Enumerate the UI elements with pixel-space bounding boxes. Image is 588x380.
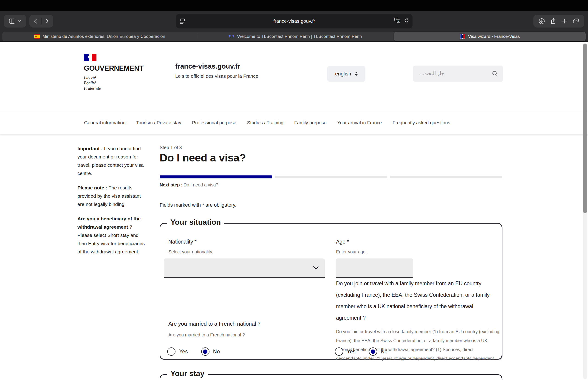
nav-studies-training[interactable]: Studies / Training (247, 120, 283, 125)
family-member-radio-group: Yes No (335, 347, 387, 356)
french-flag-emblem (84, 53, 143, 62)
search-placeholder: جارِ البحث... (419, 71, 444, 76)
search-icon[interactable] (492, 70, 498, 77)
radio-checked-icon (369, 347, 377, 356)
main-navigation: General information Tourism / Private st… (0, 111, 588, 134)
gouvernement-wordmark: GOUVERNEMENT (84, 64, 143, 73)
tab-overview-icon[interactable] (573, 18, 579, 24)
nationality-label: Nationality * (168, 239, 197, 245)
address-bar[interactable]: france-visas.gouv.fr A ✦ (176, 14, 413, 28)
your-stay-legend: Your stay (167, 369, 208, 378)
site-subtitle: Le site officiel des visas pour la Franc… (175, 73, 258, 79)
married-radio-yes[interactable]: Yes (167, 347, 188, 356)
sidebar-icon (9, 18, 15, 24)
chevron-down-icon (18, 20, 21, 22)
reload-icon[interactable] (404, 18, 409, 23)
chevron-down-icon (313, 266, 319, 270)
nav-general-information[interactable]: General information (84, 120, 126, 125)
family-member-hint: Do you join or travel with a close famil… (336, 327, 500, 363)
married-question: Are you married to a French national ? (168, 321, 260, 327)
translate-icon[interactable]: A ✦ (394, 18, 400, 23)
progress-bar (160, 176, 502, 178)
age-input[interactable] (336, 258, 413, 278)
browser-toolbar: france-visas.gouv.fr A ✦ (0, 11, 588, 31)
age-hint: Enter your age. (336, 249, 367, 255)
nationality-hint: Select your nationality. (168, 249, 213, 255)
language-selector[interactable]: english (327, 66, 365, 82)
new-tab-icon[interactable] (562, 18, 567, 24)
progress-segment-1 (160, 175, 272, 178)
married-hint: Are you married to a French national ? (168, 332, 245, 338)
forward-button[interactable] (42, 15, 53, 28)
your-stay-fieldset: Your stay (160, 374, 502, 380)
nav-tourism-private-stay[interactable]: Tourism / Private stay (136, 120, 181, 125)
note-important: Important :If you cannot find your docum… (77, 145, 146, 177)
page-content: GOUVERNEMENT Liberté Égalité Fraternité … (0, 42, 588, 380)
tab-france-visas-active[interactable]: Visa wizard - France-Visas (394, 32, 586, 41)
macos-menubar (0, 0, 588, 11)
sidebar-toggle-button[interactable] (4, 15, 26, 28)
radio-unchecked-icon (167, 347, 175, 356)
progress-segment-2 (275, 176, 387, 178)
married-radio-no[interactable]: No (201, 347, 220, 356)
tab-ministerio-asuntos-exteriores[interactable]: Ministerio de Asuntos exteriores, Unión … (2, 32, 197, 41)
share-icon[interactable] (550, 18, 556, 24)
your-situation-legend: Your situation (167, 218, 224, 227)
next-step-text: Next step :Do I need a visa? (160, 182, 218, 188)
radio-unchecked-icon (335, 347, 343, 356)
tab-title: Welcome to TLScontact Phnom Penh | TLSco… (237, 34, 362, 39)
search-input[interactable]: جارِ البحث... (413, 66, 503, 82)
downloads-icon[interactable] (539, 18, 545, 24)
age-label: Age * (336, 239, 349, 245)
nav-professional-purpose[interactable]: Professional purpose (192, 120, 236, 125)
note-withdrawal-agreement: Are you a beneficiary of the withdrawal … (77, 215, 146, 256)
language-value: english (335, 71, 351, 77)
gouvernement-logo[interactable]: GOUVERNEMENT Liberté Égalité Fraternité (84, 53, 143, 91)
tab-bar: Ministerio de Asuntos exteriores, Unión … (0, 31, 588, 42)
toolbar-right-buttons (533, 15, 584, 28)
liberte-egalite-fraternite: Liberté Égalité Fraternité (84, 75, 143, 91)
tls-favicon: TLS (229, 34, 234, 39)
sort-arrows-icon (355, 72, 358, 76)
tab-tlscontact[interactable]: TLS Welcome to TLScontact Phnom Penh | T… (197, 32, 393, 41)
married-radio-group: Yes No (167, 347, 220, 356)
your-situation-fieldset: Your situation Nationality * Select your… (160, 223, 502, 360)
nav-faq[interactable]: Frequently asked questions (393, 120, 450, 125)
family-radio-no[interactable]: No (369, 347, 387, 356)
family-member-question: Do you join or travel with a family memb… (336, 278, 500, 323)
tab-title: Visa wizard - France-Visas (468, 34, 520, 39)
history-nav-buttons (29, 15, 53, 28)
back-button[interactable] (30, 15, 41, 28)
wizard-title: Do I need a visa? (160, 151, 246, 164)
scrollbar-thumb[interactable] (583, 44, 587, 213)
nav-your-arrival-in-france[interactable]: Your arrival in France (337, 120, 382, 125)
required-fields-note: Fields marked with * are obligatory. (160, 202, 236, 208)
nav-family-purpose[interactable]: Family purpose (294, 120, 326, 125)
sidebar-notes: Important :If you cannot find your docum… (77, 145, 146, 262)
note-please-note: Please note :The results provided by the… (77, 184, 146, 209)
radio-checked-icon (201, 347, 210, 356)
safari-window: france-visas.gouv.fr A ✦ (0, 0, 588, 380)
family-radio-yes[interactable]: Yes (335, 347, 356, 356)
site-title[interactable]: france-visas.gouv.fr (175, 62, 240, 70)
url-text: france-visas.gouv.fr (176, 18, 413, 24)
france-visas-favicon (460, 34, 465, 39)
tab-title: Ministerio de Asuntos exteriores, Unión … (42, 34, 165, 39)
nationality-select[interactable] (164, 258, 325, 278)
spain-flag-favicon (34, 34, 40, 39)
progress-segment-3 (390, 176, 502, 178)
step-indicator: Step 1 of 3 (160, 145, 182, 150)
svg-text:✦: ✦ (398, 20, 399, 22)
